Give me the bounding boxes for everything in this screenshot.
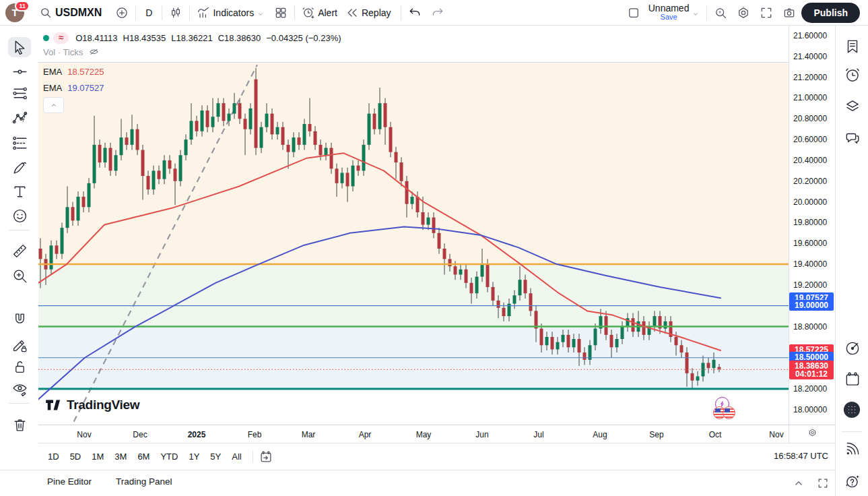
hide-tool[interactable] [10, 379, 29, 398]
time-axis-settings-icon[interactable] [807, 427, 818, 439]
text-tool[interactable] [10, 182, 29, 201]
range-bar: 1D5D1M3M6MYTD1Y5YAll [38, 443, 835, 470]
ema-fast-value: 18.57225 [67, 67, 104, 77]
top-toolbar: T 11 USDMXN D Indicators Alert Replay Un… [0, 0, 868, 26]
fib-tool[interactable] [10, 84, 29, 102]
range-buttons: 1D5D1M3M6MYTD1Y5YAll [42, 448, 247, 465]
apps-icon[interactable] [841, 399, 863, 421]
brush-tool[interactable] [10, 158, 29, 177]
forecast-tool[interactable] [10, 133, 29, 152]
layout-name: Unnamed [648, 4, 690, 13]
range-button-5d[interactable]: 5D [65, 448, 87, 465]
draw-lock-tool[interactable] [10, 336, 29, 354]
alert-icon[interactable] [302, 6, 315, 20]
pattern-tool[interactable] [10, 108, 29, 127]
search-icon[interactable] [39, 6, 53, 20]
alerts-icon[interactable] [843, 65, 862, 84]
time-axis[interactable]: NovDec2025FebMarAprMayJunJulAugSepOctNov [38, 425, 789, 443]
panel-collapse-icon[interactable] [792, 476, 805, 490]
ema-slow-value: 19.07527 [67, 83, 104, 93]
settings-icon[interactable] [737, 6, 750, 20]
price-tick: 18.00000 [793, 405, 834, 414]
alert-button[interactable]: Alert [318, 7, 337, 18]
snapshot-camera-icon[interactable] [782, 6, 796, 20]
server-clock[interactable]: 16:58:47 UTC [747, 451, 828, 461]
price-badge: 18.3863004:01:12 [789, 361, 834, 379]
ema-slow-legend[interactable]: EMA 19.07527 [43, 83, 104, 93]
price-tick: 19.40000 [793, 259, 834, 269]
quick-search-icon[interactable] [714, 6, 727, 20]
chat-icon[interactable] [843, 129, 862, 148]
compare-add-icon[interactable] [115, 6, 129, 20]
range-button-3m[interactable]: 3M [109, 448, 132, 465]
month-label: Jul [525, 430, 552, 439]
layout-chevron-icon[interactable] [692, 9, 700, 17]
save-button[interactable]: Save [661, 13, 677, 22]
chart-style-icon[interactable] [169, 6, 182, 20]
range-button-1d[interactable]: 1D [42, 448, 65, 465]
price-tick: 21.40000 [793, 52, 834, 61]
replay-button[interactable]: Replay [362, 7, 391, 18]
timeframe-button[interactable]: D [145, 7, 152, 18]
lock-tool[interactable] [10, 357, 29, 376]
price-tick: 19.20000 [793, 280, 834, 290]
price-tick: 21.20000 [793, 73, 834, 82]
range-button-1m[interactable]: 1M [86, 448, 109, 465]
price-axis[interactable] [789, 26, 835, 443]
eye-slash-icon[interactable] [88, 46, 100, 58]
chart-legend: ≈ O18.41113H18.43535L18.36221C18.38630 −… [43, 31, 341, 58]
price-tick: 20.40000 [793, 156, 834, 165]
range-button-6m[interactable]: 6M [132, 448, 155, 465]
range-button-5y[interactable]: 5Y [205, 448, 226, 465]
month-label: 2025 [183, 430, 210, 439]
zoom-tool[interactable] [10, 266, 29, 285]
us-economic-events-marker[interactable] [713, 406, 735, 419]
publish-button[interactable]: Publish [801, 3, 860, 23]
goto-date-icon[interactable] [259, 450, 273, 464]
cursor-tool[interactable] [8, 37, 31, 57]
us-flag-icon [723, 406, 735, 419]
ema-fast-legend[interactable]: EMA 18.57225 [43, 67, 104, 77]
range-button-1y[interactable]: 1Y [183, 448, 205, 465]
approx-price-badge: ≈ [53, 32, 69, 44]
chevron-down-icon[interactable] [257, 9, 265, 17]
panel-expand-icon[interactable] [816, 476, 830, 490]
measure-tool[interactable] [10, 241, 29, 260]
month-label: Nov [71, 430, 98, 439]
calendar-icon[interactable] [843, 370, 862, 389]
watchlist-icon[interactable] [843, 37, 862, 56]
ohlc-part: L18.36221 [171, 33, 212, 43]
trendline-tool[interactable] [10, 62, 29, 81]
help-icon[interactable] [843, 472, 862, 491]
pane-separator[interactable] [38, 62, 789, 63]
redo-icon[interactable] [431, 6, 444, 20]
symbol-name[interactable]: USDMXN [55, 7, 102, 19]
tab-pine-editor[interactable]: Pine Editor [47, 476, 92, 487]
user-avatar[interactable]: T 11 [5, 3, 24, 22]
price-chart[interactable] [38, 63, 789, 425]
watermark-text: TradingView [67, 398, 139, 412]
volume-indicator-label[interactable]: Vol · Ticks [43, 47, 83, 57]
object-tree-icon[interactable] [843, 96, 862, 115]
broadcast-icon[interactable] [843, 439, 862, 458]
range-button-all[interactable]: All [226, 448, 246, 465]
market-status-dot [43, 35, 49, 41]
delete-tool[interactable] [10, 415, 29, 434]
emoji-tool[interactable] [10, 206, 29, 225]
layout-name-menu[interactable]: Unnamed Save [648, 4, 690, 22]
fullscreen-icon[interactable] [760, 6, 773, 20]
toolbar-divider [9, 403, 30, 404]
month-label: Apr [352, 430, 378, 439]
layout-icon[interactable] [627, 6, 640, 20]
tab-trading-panel[interactable]: Trading Panel [116, 476, 172, 487]
indicators-icon[interactable] [197, 6, 210, 20]
magnet-tool[interactable] [10, 310, 29, 329]
legend-collapse-button[interactable] [43, 97, 64, 113]
month-label: Nov [763, 430, 790, 439]
indicators-button[interactable]: Indicators [213, 7, 254, 18]
replay-icon[interactable] [345, 6, 359, 20]
range-button-ytd[interactable]: YTD [155, 448, 183, 465]
indicator-templates-icon[interactable] [274, 6, 288, 20]
undo-icon[interactable] [408, 6, 422, 20]
hotlist-icon[interactable] [843, 339, 862, 358]
